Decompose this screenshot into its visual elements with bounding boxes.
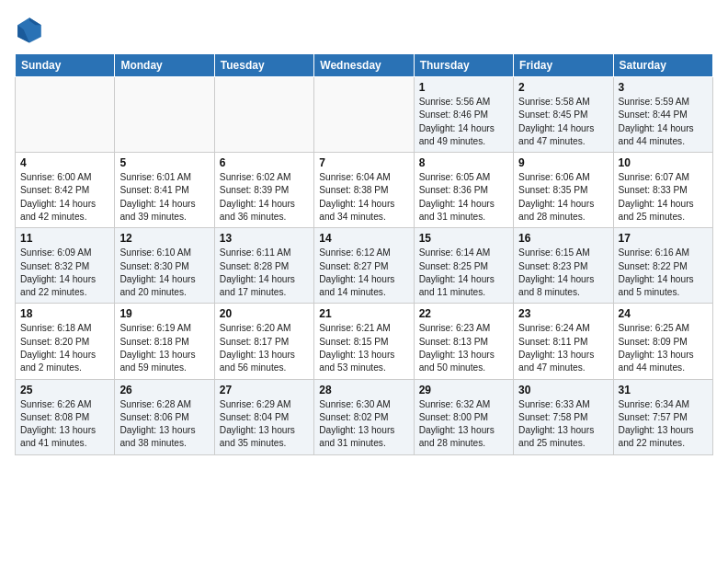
day-number: 31 — [619, 384, 708, 396]
calendar-day-cell: 13Sunrise: 6:11 AM Sunset: 8:28 PM Dayli… — [214, 228, 313, 304]
day-info: Sunrise: 6:24 AM Sunset: 8:11 PM Dayligh… — [518, 322, 608, 374]
calendar-day-cell: 5Sunrise: 6:01 AM Sunset: 8:41 PM Daylig… — [115, 153, 214, 228]
day-info: Sunrise: 6:04 AM Sunset: 8:38 PM Dayligh… — [319, 171, 408, 224]
calendar-day-cell: 25Sunrise: 6:26 AM Sunset: 8:08 PM Dayli… — [16, 379, 115, 454]
day-number: 21 — [319, 307, 408, 320]
calendar-day-cell: 16Sunrise: 6:15 AM Sunset: 8:23 PM Dayli… — [514, 228, 613, 304]
calendar-day-cell: 17Sunrise: 6:16 AM Sunset: 8:22 PM Dayli… — [613, 228, 712, 304]
calendar-day-cell: 18Sunrise: 6:18 AM Sunset: 8:20 PM Dayli… — [16, 304, 115, 379]
day-number: 9 — [518, 156, 608, 169]
weekday-header-cell: Monday — [115, 54, 214, 77]
day-number: 12 — [119, 232, 209, 245]
day-number: 23 — [518, 307, 608, 320]
day-info: Sunrise: 6:10 AM Sunset: 8:30 PM Dayligh… — [119, 247, 209, 299]
calendar-day-cell: 20Sunrise: 6:20 AM Sunset: 8:17 PM Dayli… — [214, 304, 313, 379]
day-info: Sunrise: 6:06 AM Sunset: 8:35 PM Dayligh… — [518, 171, 608, 224]
day-number: 17 — [619, 232, 708, 245]
day-info: Sunrise: 6:25 AM Sunset: 8:09 PM Dayligh… — [619, 322, 708, 374]
day-info: Sunrise: 6:21 AM Sunset: 8:15 PM Dayligh… — [319, 322, 408, 374]
calendar-week-row: 18Sunrise: 6:18 AM Sunset: 8:20 PM Dayli… — [16, 304, 713, 379]
calendar-day-cell — [115, 77, 214, 153]
calendar-day-cell: 7Sunrise: 6:04 AM Sunset: 8:38 PM Daylig… — [314, 153, 414, 228]
day-info: Sunrise: 6:15 AM Sunset: 8:23 PM Dayligh… — [518, 247, 608, 299]
day-number: 26 — [119, 384, 209, 396]
day-number: 30 — [518, 384, 608, 396]
day-info: Sunrise: 6:33 AM Sunset: 7:58 PM Dayligh… — [518, 398, 608, 451]
day-info: Sunrise: 6:34 AM Sunset: 7:57 PM Dayligh… — [619, 398, 708, 451]
day-number: 3 — [619, 81, 708, 94]
day-info: Sunrise: 5:56 AM Sunset: 8:46 PM Dayligh… — [419, 96, 508, 148]
calendar-day-cell — [214, 77, 313, 153]
calendar-day-cell: 23Sunrise: 6:24 AM Sunset: 8:11 PM Dayli… — [514, 304, 613, 379]
day-info: Sunrise: 6:00 AM Sunset: 8:42 PM Dayligh… — [20, 171, 109, 224]
calendar-table: SundayMondayTuesdayWednesdayThursdayFrid… — [15, 53, 713, 455]
calendar-day-cell: 10Sunrise: 6:07 AM Sunset: 8:33 PM Dayli… — [613, 153, 712, 228]
day-number: 19 — [119, 307, 209, 320]
day-number: 6 — [220, 156, 309, 169]
day-info: Sunrise: 6:30 AM Sunset: 8:02 PM Dayligh… — [319, 398, 408, 451]
calendar-day-cell: 29Sunrise: 6:32 AM Sunset: 8:00 PM Dayli… — [414, 379, 513, 454]
day-info: Sunrise: 6:19 AM Sunset: 8:18 PM Dayligh… — [119, 322, 209, 374]
calendar-day-cell: 26Sunrise: 6:28 AM Sunset: 8:06 PM Dayli… — [115, 379, 214, 454]
calendar-day-cell: 9Sunrise: 6:06 AM Sunset: 8:35 PM Daylig… — [514, 153, 613, 228]
calendar-day-cell: 21Sunrise: 6:21 AM Sunset: 8:15 PM Dayli… — [314, 304, 414, 379]
calendar-day-cell: 2Sunrise: 5:58 AM Sunset: 8:45 PM Daylig… — [514, 77, 613, 153]
calendar-day-cell: 4Sunrise: 6:00 AM Sunset: 8:42 PM Daylig… — [16, 153, 115, 228]
calendar-day-cell — [16, 77, 115, 153]
day-number: 27 — [220, 384, 309, 396]
day-info: Sunrise: 6:02 AM Sunset: 8:39 PM Dayligh… — [220, 171, 309, 224]
calendar-day-cell: 14Sunrise: 6:12 AM Sunset: 8:27 PM Dayli… — [314, 228, 414, 304]
calendar-day-cell: 6Sunrise: 6:02 AM Sunset: 8:39 PM Daylig… — [214, 153, 313, 228]
weekday-header-cell: Tuesday — [214, 54, 313, 77]
day-number: 24 — [619, 307, 708, 320]
calendar-day-cell: 11Sunrise: 6:09 AM Sunset: 8:32 PM Dayli… — [16, 228, 115, 304]
weekday-header-cell: Saturday — [613, 54, 712, 77]
day-info: Sunrise: 6:01 AM Sunset: 8:41 PM Dayligh… — [119, 171, 209, 224]
day-number: 18 — [20, 307, 109, 320]
day-number: 4 — [20, 156, 109, 169]
calendar-body: 1Sunrise: 5:56 AM Sunset: 8:46 PM Daylig… — [16, 77, 713, 455]
logo-icon — [15, 15, 44, 44]
calendar-day-cell: 24Sunrise: 6:25 AM Sunset: 8:09 PM Dayli… — [613, 304, 712, 379]
day-number: 14 — [319, 232, 408, 245]
calendar-week-row: 11Sunrise: 6:09 AM Sunset: 8:32 PM Dayli… — [16, 228, 713, 304]
page-header — [15, 15, 713, 44]
day-number: 11 — [20, 232, 109, 245]
day-info: Sunrise: 6:16 AM Sunset: 8:22 PM Dayligh… — [619, 247, 708, 299]
day-number: 29 — [419, 384, 508, 396]
day-number: 1 — [419, 81, 508, 94]
day-info: Sunrise: 5:58 AM Sunset: 8:45 PM Dayligh… — [518, 96, 608, 148]
calendar-day-cell: 3Sunrise: 5:59 AM Sunset: 8:44 PM Daylig… — [613, 77, 712, 153]
weekday-header-cell: Friday — [514, 54, 613, 77]
day-info: Sunrise: 6:28 AM Sunset: 8:06 PM Dayligh… — [119, 398, 209, 451]
day-number: 2 — [518, 81, 608, 94]
calendar-day-cell — [314, 77, 414, 153]
calendar-week-row: 4Sunrise: 6:00 AM Sunset: 8:42 PM Daylig… — [16, 153, 713, 228]
day-info: Sunrise: 6:05 AM Sunset: 8:36 PM Dayligh… — [419, 171, 508, 224]
calendar-day-cell: 15Sunrise: 6:14 AM Sunset: 8:25 PM Dayli… — [414, 228, 513, 304]
calendar-day-cell: 28Sunrise: 6:30 AM Sunset: 8:02 PM Dayli… — [314, 379, 414, 454]
weekday-header-row: SundayMondayTuesdayWednesdayThursdayFrid… — [16, 54, 713, 77]
weekday-header-cell: Thursday — [414, 54, 513, 77]
day-info: Sunrise: 6:32 AM Sunset: 8:00 PM Dayligh… — [419, 398, 508, 451]
day-info: Sunrise: 6:20 AM Sunset: 8:17 PM Dayligh… — [220, 322, 309, 374]
calendar-day-cell: 8Sunrise: 6:05 AM Sunset: 8:36 PM Daylig… — [414, 153, 513, 228]
day-number: 16 — [518, 232, 608, 245]
day-info: Sunrise: 6:12 AM Sunset: 8:27 PM Dayligh… — [319, 247, 408, 299]
calendar-day-cell: 19Sunrise: 6:19 AM Sunset: 8:18 PM Dayli… — [115, 304, 214, 379]
day-number: 22 — [419, 307, 508, 320]
day-info: Sunrise: 6:11 AM Sunset: 8:28 PM Dayligh… — [220, 247, 309, 299]
day-info: Sunrise: 6:18 AM Sunset: 8:20 PM Dayligh… — [20, 322, 109, 374]
weekday-header-cell: Wednesday — [314, 54, 414, 77]
calendar-week-row: 1Sunrise: 5:56 AM Sunset: 8:46 PM Daylig… — [16, 77, 713, 153]
day-number: 5 — [119, 156, 209, 169]
day-info: Sunrise: 6:23 AM Sunset: 8:13 PM Dayligh… — [419, 322, 508, 374]
calendar-day-cell: 12Sunrise: 6:10 AM Sunset: 8:30 PM Dayli… — [115, 228, 214, 304]
logo — [15, 15, 48, 44]
calendar-day-cell: 30Sunrise: 6:33 AM Sunset: 7:58 PM Dayli… — [514, 379, 613, 454]
weekday-header-cell: Sunday — [16, 54, 115, 77]
day-number: 15 — [419, 232, 508, 245]
day-number: 8 — [419, 156, 508, 169]
day-number: 10 — [619, 156, 708, 169]
calendar-week-row: 25Sunrise: 6:26 AM Sunset: 8:08 PM Dayli… — [16, 379, 713, 454]
